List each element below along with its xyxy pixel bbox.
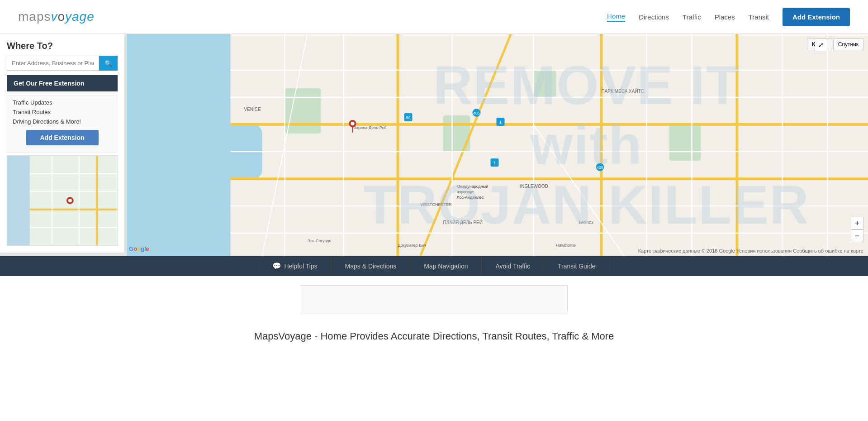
svg-text:INGLEWOOD: INGLEWOOD	[520, 184, 548, 189]
nav-traffic[interactable]: Traffic	[683, 13, 701, 21]
sidebar-map-preview	[7, 155, 118, 246]
map-type-satellite[interactable]: Спутник	[833, 38, 863, 50]
svg-point-63	[351, 122, 355, 125]
svg-rect-1	[7, 156, 30, 245]
map-canvas[interactable]: VENICE Марина-Дель-Рей ПЛАЙЯ ДЕЛЬ РЕЙ WE…	[127, 34, 868, 256]
ad-section	[0, 276, 868, 321]
footer-heading: MapsVoyage - Home Provides Accurate Dire…	[0, 321, 868, 351]
svg-text:1: 1	[499, 120, 502, 124]
fullscreen-button[interactable]: ⤢	[815, 38, 827, 51]
svg-text:90: 90	[406, 115, 410, 120]
ad-box	[301, 285, 568, 312]
search-input[interactable]	[7, 56, 99, 71]
nav: Home Directions Traffic Places Transit A…	[607, 8, 850, 26]
svg-text:ПАРК МЕСА ХАЙТС: ПАРК МЕСА ХАЙТС	[602, 88, 644, 94]
map-zoom-controls: + −	[851, 217, 863, 242]
search-row: 🔍	[7, 56, 118, 71]
svg-rect-16	[534, 70, 556, 97]
svg-text:WESTCHESTER: WESTCHESTER	[421, 202, 452, 207]
map-svg: VENICE Марина-Дель-Рей ПЛАЙЯ ДЕЛЬ РЕЙ WE…	[127, 34, 868, 256]
svg-text:аэропорт: аэропорт	[457, 190, 474, 194]
bottom-nav-label-1: Maps & Directions	[345, 263, 397, 270]
svg-text:Лос-Анджелес: Лос-Анджелес	[457, 195, 484, 200]
feature-traffic: Traffic Updates	[7, 98, 117, 107]
svg-text:Эль Сегундо: Эль Сегундо	[308, 239, 332, 243]
nav-places[interactable]: Places	[715, 13, 735, 21]
chat-icon: 💬	[272, 262, 281, 270]
map-section: Where To? 🔍 Get Our Free Extension Traff…	[0, 34, 868, 256]
svg-text:Международный: Международный	[457, 184, 489, 189]
bottom-nav-maps-directions[interactable]: Maps & Directions	[332, 256, 411, 276]
bottom-nav-helpful-tips[interactable]: 💬 Helpful Tips	[258, 256, 331, 276]
bottom-nav-label-0: Helpful Tips	[284, 263, 317, 270]
svg-text:405: 405	[473, 111, 480, 115]
extension-promo: Get Our Free Extension	[7, 75, 118, 91]
feature-directions: Driving Directions & More!	[7, 117, 117, 126]
svg-text:Докузилер Бич: Докузилер Бич	[398, 243, 427, 248]
search-icon: 🔍	[104, 60, 112, 67]
zoom-in-button[interactable]: +	[851, 217, 863, 230]
svg-rect-17	[669, 124, 701, 161]
logo-voyage: voyage	[51, 10, 94, 24]
where-to-title: Where To?	[7, 41, 118, 51]
svg-text:ПЛАЙЯ ДЕЛЬ РЕЙ: ПЛАЙЯ ДЕЛЬ РЕЙ	[443, 220, 483, 225]
nav-directions[interactable]: Directions	[639, 13, 669, 21]
svg-text:Hawthorne: Hawthorne	[556, 243, 576, 248]
search-button[interactable]: 🔍	[99, 56, 118, 71]
bottom-nav: 💬 Helpful Tips Maps & Directions Map Nav…	[0, 256, 868, 276]
header: mapsvoyage Home Directions Traffic Place…	[0, 0, 868, 34]
map-attribution: Картографические данные © 2018 Google Ус…	[638, 248, 863, 254]
bottom-nav-label-3: Avoid Traffic	[495, 263, 530, 270]
bottom-nav-transit-guide[interactable]: Transit Guide	[544, 256, 610, 276]
logo-text: mapsvoyage	[18, 10, 95, 24]
svg-text:Lennox: Lennox	[579, 220, 594, 225]
bottom-nav-label-2: Map Navigation	[424, 263, 468, 270]
nav-transit[interactable]: Transit	[749, 13, 769, 21]
svg-point-10	[68, 199, 72, 202]
sidebar-map-svg	[7, 156, 117, 245]
sidebar: Where To? 🔍 Get Our Free Extension Traff…	[0, 34, 124, 253]
bottom-nav-label-4: Transit Guide	[558, 263, 596, 270]
add-extension-button[interactable]: Add Extension	[783, 8, 850, 26]
svg-text:Марина-Дель-Рей: Марина-Дель-Рей	[353, 125, 387, 130]
fullscreen-icon: ⤢	[818, 41, 824, 48]
zoom-out-button[interactable]: −	[851, 230, 863, 242]
svg-text:405: 405	[597, 165, 603, 170]
bottom-nav-map-navigation[interactable]: Map Navigation	[410, 256, 482, 276]
feature-transit: Transit Routes	[7, 107, 117, 117]
feature-list: Traffic Updates Transit Routes Driving D…	[7, 95, 118, 153]
logo: mapsvoyage	[18, 10, 95, 24]
svg-text:VENICE: VENICE	[244, 107, 261, 112]
google-logo: Google	[129, 245, 149, 252]
nav-home[interactable]: Home	[607, 12, 625, 22]
logo-maps: maps	[18, 10, 51, 24]
svg-rect-14	[285, 88, 321, 134]
add-extension-sidebar-button[interactable]: Add Extension	[26, 130, 99, 145]
bottom-nav-avoid-traffic[interactable]: Avoid Traffic	[482, 256, 544, 276]
svg-text:1: 1	[493, 161, 496, 165]
